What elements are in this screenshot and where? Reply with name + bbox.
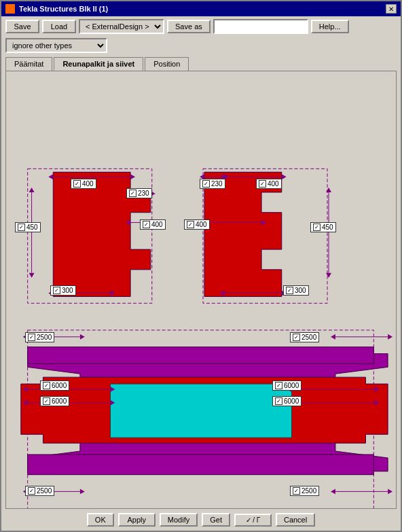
ignore-row: ignore other types use other types xyxy=(1,37,401,54)
label-top-right-400: ✓ 400 xyxy=(256,179,282,189)
check-bot-ml2-6000[interactable]: ✓ xyxy=(43,397,50,405)
app-icon xyxy=(5,4,15,14)
label-bot-ml1-6000: ✓ 6000 xyxy=(40,380,69,391)
label-top-right-450: ✓ 450 xyxy=(310,222,336,232)
svg-marker-64 xyxy=(388,489,392,494)
check-bot-mr2-6000[interactable]: ✓ xyxy=(275,397,282,405)
check-bot-br-2500[interactable]: ✓ xyxy=(293,487,300,495)
tab-paamitat[interactable]: Päämitat xyxy=(5,57,52,71)
tab-bar: Päämitat Reunapalkit ja siivet Position xyxy=(1,54,401,71)
check-bot-mr1-6000[interactable]: ✓ xyxy=(275,382,282,389)
checkmark-button[interactable]: ✓ / Γ xyxy=(234,514,272,527)
svg-rect-40 xyxy=(28,347,374,364)
close-button[interactable]: ✕ xyxy=(386,4,397,14)
external-design-dropdown[interactable]: < ExternalDesign > xyxy=(79,19,164,34)
label-top-left-400b: ✓ 400 xyxy=(140,219,166,230)
svg-marker-30 xyxy=(326,273,331,278)
title-bar-content: Tekla Structures Blk II (1) xyxy=(5,4,108,14)
check-top-left-300[interactable]: ✓ xyxy=(53,287,60,294)
svg-marker-14 xyxy=(29,188,35,192)
check-bot-bl-2500[interactable]: ✓ xyxy=(28,487,35,495)
save-button[interactable]: Save xyxy=(5,20,39,33)
svg-marker-15 xyxy=(29,273,35,278)
load-button[interactable]: Load xyxy=(42,20,76,33)
label-top-left-300: ✓ 300 xyxy=(50,285,76,296)
check-top-left-400[interactable]: ✓ xyxy=(73,180,81,188)
content-area: ✓ 400 ✓ 230 ✓ 400 ✓ 450 ✓ 300 ✓ 230 xyxy=(5,71,397,509)
check-bot-ml1-6000[interactable]: ✓ xyxy=(43,382,50,389)
svg-marker-46 xyxy=(388,334,392,340)
window-title: Tekla Structures Blk II (1) xyxy=(19,5,108,13)
save-as-input[interactable] xyxy=(213,19,308,34)
svg-marker-5 xyxy=(48,174,53,179)
modify-button[interactable]: Modify xyxy=(160,513,198,527)
label-bot-bl-2500: ✓ 2500 xyxy=(25,486,54,496)
check-top-left-230[interactable]: ✓ xyxy=(129,190,136,197)
svg-marker-61 xyxy=(80,489,85,494)
check-top-right-300[interactable]: ✓ xyxy=(286,287,293,294)
get-button[interactable]: Get xyxy=(202,513,230,527)
save-as-button[interactable]: Save as xyxy=(167,20,211,33)
svg-marker-6 xyxy=(130,174,135,179)
label-top-left-450: ✓ 450 xyxy=(15,222,41,232)
label-top-right-400b: ✓ 400 xyxy=(184,219,210,230)
check-top-right-400[interactable]: ✓ xyxy=(259,180,266,188)
check-top-right-450[interactable]: ✓ xyxy=(313,224,321,231)
tab-position[interactable]: Position xyxy=(145,57,189,71)
label-top-right-230: ✓ 230 xyxy=(200,179,225,189)
svg-marker-24 xyxy=(282,174,287,179)
svg-marker-29 xyxy=(326,188,331,192)
ignore-dropdown[interactable]: ignore other types use other types xyxy=(5,38,107,53)
label-top-left-230: ✓ 230 xyxy=(126,188,152,198)
bottom-bar: OK Apply Modify Get ✓ / Γ Cancel xyxy=(1,509,401,531)
help-button[interactable]: Help... xyxy=(311,20,349,33)
check-top-right-230[interactable]: ✓ xyxy=(202,180,210,188)
label-top-left-400: ✓ 400 xyxy=(71,179,96,189)
label-top-right-300: ✓ 300 xyxy=(283,285,309,296)
check-bot-tl-2500[interactable]: ✓ xyxy=(28,334,35,341)
check-bot-tr-2500[interactable]: ✓ xyxy=(293,334,300,341)
check-top-right-400b[interactable]: ✓ xyxy=(187,221,194,228)
label-bot-tl-2500: ✓ 2500 xyxy=(25,332,54,342)
ok-button[interactable]: OK xyxy=(87,513,114,527)
svg-marker-45 xyxy=(331,334,335,340)
toolbar: Save Load < ExternalDesign > Save as Hel… xyxy=(1,16,401,37)
label-bot-tr-2500: ✓ 2500 xyxy=(290,332,319,342)
apply-button[interactable]: Apply xyxy=(118,513,156,527)
check-top-left-450[interactable]: ✓ xyxy=(18,224,25,231)
label-bot-br-2500: ✓ 2500 xyxy=(290,486,319,496)
check-top-left-400b[interactable]: ✓ xyxy=(143,221,150,228)
svg-marker-2 xyxy=(204,172,282,296)
title-bar: Tekla Structures Blk II (1) ✕ xyxy=(1,1,401,16)
svg-marker-43 xyxy=(80,334,85,340)
svg-rect-39 xyxy=(28,455,374,475)
main-window: Tekla Structures Blk II (1) ✕ Save Load … xyxy=(0,0,402,532)
label-bot-mr2-6000: ✓ 6000 xyxy=(272,396,302,406)
svg-rect-38 xyxy=(110,384,291,438)
cancel-button[interactable]: Cancel xyxy=(276,513,315,527)
tab-reunapalkit[interactable]: Reunapalkit ja siivet xyxy=(54,57,143,71)
label-bot-mr1-6000: ✓ 6000 xyxy=(272,380,302,391)
label-bot-ml2-6000: ✓ 6000 xyxy=(40,396,69,406)
svg-marker-63 xyxy=(331,489,335,494)
